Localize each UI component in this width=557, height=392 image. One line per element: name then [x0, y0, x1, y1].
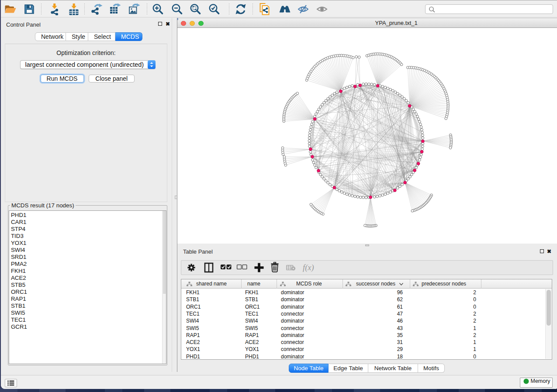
- svg-text:f(x): f(x): [303, 263, 314, 272]
